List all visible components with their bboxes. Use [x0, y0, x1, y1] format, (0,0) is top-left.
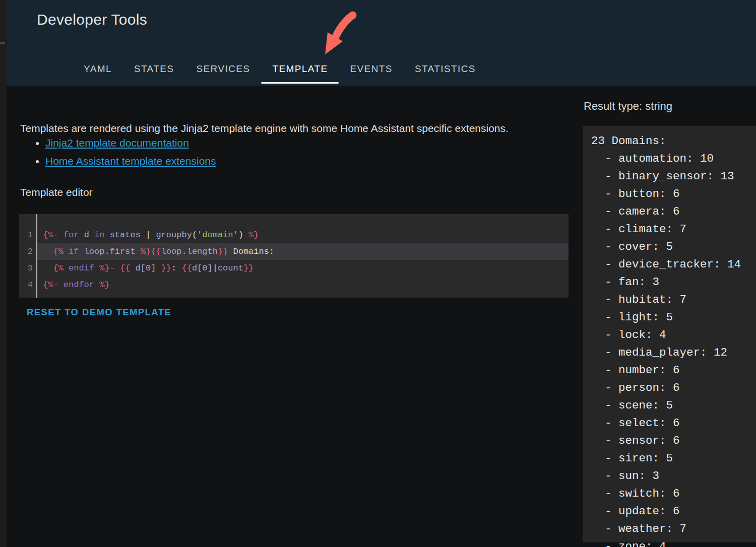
doc-link-item: Home Assistant template extensions: [45, 155, 216, 167]
doc-link[interactable]: Jinja2 template documentation: [45, 137, 189, 149]
line-number: 2: [19, 243, 33, 260]
code-editor[interactable]: 1{%- for d in states | groupby('domain')…: [19, 214, 569, 298]
intro-text: Templates are rendered using the Jinja2 …: [20, 122, 575, 134]
doc-links: Jinja2 template documentationHome Assist…: [20, 137, 216, 173]
result-panel: 23 Domains: - automation: 10 - binary_se…: [583, 126, 756, 542]
result-type-label: Result type: string: [584, 100, 672, 113]
code-text: {%- endfor %}: [36, 277, 569, 293]
doc-link-item: Jinja2 template documentation: [45, 137, 216, 149]
tab-statistics[interactable]: STATISTICS: [404, 52, 487, 86]
code-text: {% endif %}- {{ d[0] }}: {{d[0]|count}}: [36, 260, 569, 277]
template-editor-label: Template editor: [20, 186, 93, 198]
tab-template[interactable]: TEMPLATE: [261, 52, 339, 86]
gutter-border: [36, 214, 37, 298]
code-line[interactable]: 1{%- for d in states | groupby('domain')…: [19, 227, 569, 243]
line-number: 4: [19, 277, 33, 293]
code-lines: 1{%- for d in states | groupby('domain')…: [19, 227, 569, 293]
code-line[interactable]: 2 {% if loop.first %}{{loop.length}} Dom…: [19, 243, 569, 260]
line-number: 3: [19, 260, 33, 277]
line-number: 1: [19, 227, 33, 243]
sidebar-edge: [0, 0, 7, 547]
code-line[interactable]: 3 {% endif %}- {{ d[0] }}: {{d[0]|count}…: [19, 260, 569, 277]
tab-states[interactable]: STATES: [123, 52, 185, 86]
tab-yaml[interactable]: YAML: [73, 52, 123, 86]
reset-demo-template-button[interactable]: RESET TO DEMO TEMPLATE: [27, 305, 171, 320]
tab-services[interactable]: SERVICES: [185, 52, 261, 86]
app-header: Developer Tools YAMLSTATESSERVICESTEMPLA…: [0, 0, 756, 86]
code-line[interactable]: 4{%- endfor %}: [19, 277, 569, 293]
doc-link[interactable]: Home Assistant template extensions: [45, 155, 216, 167]
code-text: {%- for d in states | groupby('domain') …: [36, 227, 569, 243]
page-title: Developer Tools: [37, 11, 147, 28]
sidebar-edge-dash: [0, 42, 5, 44]
tab-events[interactable]: EVENTS: [339, 52, 403, 86]
code-text: {% if loop.first %}{{loop.length}} Domai…: [36, 243, 569, 260]
result-output-text: 23 Domains: - automation: 10 - binary_se…: [583, 126, 756, 547]
tab-bar: YAMLSTATESSERVICESTEMPLATEEVENTSSTATISTI…: [73, 52, 487, 86]
